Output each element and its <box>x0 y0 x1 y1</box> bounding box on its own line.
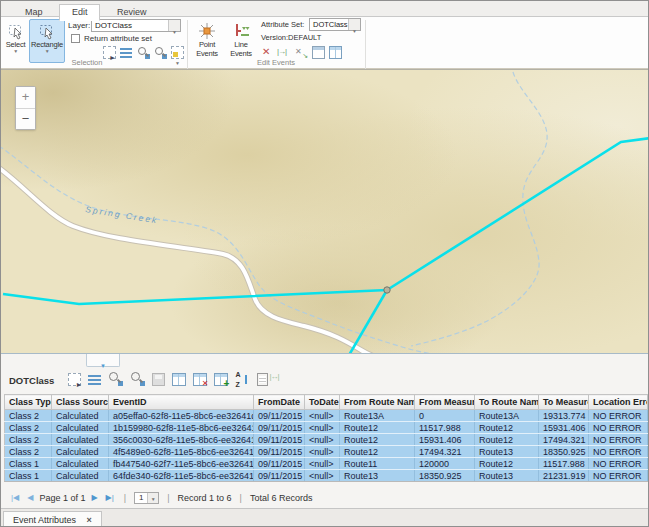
table-row[interactable]: Class 2Calculated356c0030-62f8-11e5-8bc6… <box>5 434 648 446</box>
table-cell[interactable]: 17494.321 <box>539 434 589 446</box>
table-cell[interactable]: Class 2 <box>5 422 52 434</box>
route-junction-point[interactable] <box>384 287 390 293</box>
table-cell[interactable]: 356c0030-62f8-11e5-8bc6-ee32641d5ec9 <box>109 434 254 446</box>
tab-close-icon[interactable]: × <box>87 515 92 525</box>
table-cell[interactable]: NO ERROR <box>589 410 648 422</box>
table-cell[interactable]: Route12 <box>475 434 539 446</box>
select-dropdown-arrow-icon[interactable]: ▼ <box>4 49 27 54</box>
table-cell[interactable]: <null> <box>305 470 340 482</box>
table-cell[interactable]: Class 2 <box>5 446 52 458</box>
column-header[interactable]: From Route Name <box>340 395 415 410</box>
panel-collapse-tab[interactable]: ▼ <box>86 354 120 367</box>
add-record-icon[interactable] <box>214 373 228 386</box>
table-cell[interactable]: <null> <box>305 458 340 470</box>
page-number-dropdown-icon[interactable] <box>147 493 158 503</box>
column-header[interactable]: Class Type <box>5 395 52 410</box>
table-cell[interactable]: Route12 <box>475 422 539 434</box>
table-row[interactable]: Class 1Calculated64fde340-62f8-11e5-8bc6… <box>5 470 648 482</box>
table-cell[interactable]: <null> <box>305 434 340 446</box>
table-cell[interactable]: Calculated <box>52 434 109 446</box>
delete-record-icon[interactable] <box>193 373 207 386</box>
table-cell[interactable]: <null> <box>305 422 340 434</box>
tab-edit[interactable]: Edit <box>59 4 101 21</box>
table-row[interactable]: Class 1Calculatedfb447540-62f7-11e5-8bc6… <box>5 458 648 470</box>
table-cell[interactable]: Route13 <box>475 470 539 482</box>
table-cell[interactable]: NO ERROR <box>589 434 648 446</box>
table-cell[interactable]: Route12 <box>340 434 415 446</box>
page-number-select[interactable]: 1 <box>134 492 159 504</box>
attribute-table-icon[interactable] <box>172 373 186 386</box>
tab-event-attributes[interactable]: Event Attributes × <box>3 511 102 527</box>
selected-records-list-icon[interactable] <box>120 48 132 58</box>
return-attribute-set-checkbox[interactable] <box>71 34 80 43</box>
table-cell[interactable]: 18350.925 <box>539 446 589 458</box>
column-header[interactable]: Location Error <box>589 395 648 410</box>
table-cell[interactable]: Route13A <box>475 410 539 422</box>
table-cell[interactable]: Class 1 <box>5 470 52 482</box>
zoom-in-button[interactable]: + <box>16 87 35 108</box>
table-cell[interactable]: 11517.988 <box>539 458 589 470</box>
table-cell[interactable]: Route12 <box>340 446 415 458</box>
table-cell[interactable]: Calculated <box>52 446 109 458</box>
column-header[interactable]: From Measure <box>415 395 475 410</box>
select-records-icon[interactable] <box>68 373 81 386</box>
select-button[interactable]: Select ▼ <box>3 19 28 63</box>
table-cell[interactable]: Calculated <box>52 410 109 422</box>
column-header[interactable]: ToDate <box>305 395 340 410</box>
first-page-button[interactable]: |◀ <box>11 491 19 504</box>
column-header[interactable]: EventID <box>109 395 254 410</box>
table-cell[interactable]: Route12 <box>475 458 539 470</box>
table-cell[interactable]: fb447540-62f7-11e5-8bc6-ee32641d5ec9 <box>109 458 254 470</box>
layer-dropdown[interactable]: DOTClass <box>91 19 181 32</box>
map-view[interactable]: Spring Creek + − <box>1 69 649 353</box>
table-cell[interactable]: a05effa0-62f8-11e5-8bc6-ee32641d5ec9 <box>109 410 254 422</box>
table-cell[interactable]: NO ERROR <box>589 458 648 470</box>
layer-dropdown-arrow-icon[interactable] <box>168 20 180 31</box>
table-cell[interactable]: <null> <box>305 446 340 458</box>
form-view-icon[interactable] <box>257 373 268 386</box>
table-row[interactable]: Class 2Calculated4f5489e0-62f8-11e5-8bc6… <box>5 446 648 458</box>
table-cell[interactable]: 09/11/2015 <box>254 410 305 422</box>
zoom-to-selected-icon[interactable] <box>108 371 123 386</box>
table-cell[interactable]: 120000 <box>415 458 475 470</box>
table-row[interactable]: Class 2Calculated1b159980-62f8-11e5-8bc6… <box>5 422 648 434</box>
point-events-button[interactable]: Point Events <box>191 19 223 63</box>
zoom-out-button[interactable]: − <box>16 108 35 129</box>
table-cell[interactable]: NO ERROR <box>589 470 648 482</box>
table-cell[interactable]: 09/11/2015 <box>254 446 305 458</box>
last-page-button[interactable]: ▶| <box>106 491 114 504</box>
table-cell[interactable]: 15931.406 <box>415 434 475 446</box>
column-header[interactable]: Class Source <box>52 395 109 410</box>
table-cell[interactable]: 11517.988 <box>415 422 475 434</box>
table-row[interactable]: Class 2Calculateda05effa0-62f8-11e5-8bc6… <box>5 410 648 422</box>
table-cell[interactable]: 09/11/2015 <box>254 470 305 482</box>
sort-records-icon[interactable] <box>235 373 248 386</box>
attribute-set-dropdown[interactable]: DOTClass <box>309 18 361 31</box>
table-cell[interactable]: 17494.321 <box>415 446 475 458</box>
pan-to-selected-icon[interactable] <box>130 371 145 386</box>
column-header[interactable]: To Measure <box>539 395 589 410</box>
table-cell[interactable]: Calculated <box>52 470 109 482</box>
line-events-button[interactable]: Line Events <box>225 19 257 63</box>
measure-icon[interactable] <box>270 371 285 386</box>
table-cell[interactable]: Class 2 <box>5 410 52 422</box>
table-cell[interactable]: Route11 <box>340 458 415 470</box>
table-cell[interactable]: 09/11/2015 <box>254 458 305 470</box>
table-cell[interactable]: NO ERROR <box>589 422 648 434</box>
previous-page-button[interactable]: ◀ <box>27 491 33 504</box>
table-cell[interactable]: <null> <box>305 410 340 422</box>
next-page-button[interactable]: ▶ <box>91 491 97 504</box>
table-cell[interactable]: 64fde340-62f8-11e5-8bc6-ee32641d5ec9 <box>109 470 254 482</box>
column-header[interactable]: To Route Name <box>475 395 539 410</box>
event-line-northeast[interactable] <box>387 138 649 290</box>
rectangle-dropdown-arrow-icon[interactable]: ▼ <box>30 49 64 54</box>
table-cell[interactable]: Calculated <box>52 458 109 470</box>
table-cell[interactable]: Route13A <box>340 410 415 422</box>
table-cell[interactable]: Route13 <box>340 470 415 482</box>
table-cell[interactable]: Class 2 <box>5 434 52 446</box>
table-cell[interactable]: Calculated <box>52 422 109 434</box>
table-cell[interactable]: 21231.919 <box>539 470 589 482</box>
table-cell[interactable]: 1b159980-62f8-11e5-8bc6-ee32641d5ec9 <box>109 422 254 434</box>
table-cell[interactable]: 18350.925 <box>415 470 475 482</box>
table-cell[interactable]: 19313.774 <box>539 410 589 422</box>
